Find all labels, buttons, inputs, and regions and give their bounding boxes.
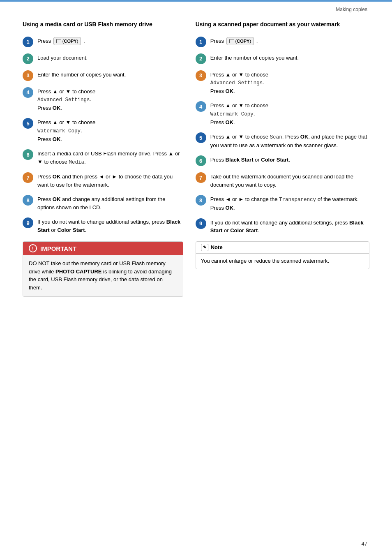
copy-button-right-1-label: (COPY) bbox=[235, 38, 251, 45]
copy-icon-right-1 bbox=[229, 39, 234, 43]
left-step-8-content: Press OK and change any additional setti… bbox=[37, 194, 183, 211]
left-step-1: 1 Press (COPY) . bbox=[23, 36, 183, 47]
left-badge-2: 2 bbox=[23, 53, 33, 64]
right-step-9-content: If you do not want to change any additio… bbox=[210, 218, 369, 235]
important-box: ! IMPORTANT DO NOT take out the memory c… bbox=[23, 241, 183, 297]
left-step-3-content: Enter the number of copies you want. bbox=[37, 70, 126, 79]
left-badge-5: 5 bbox=[23, 118, 33, 129]
left-section-title: Using a media card or USB Flash memory d… bbox=[23, 21, 183, 29]
left-step-1-text-after: . bbox=[83, 38, 85, 44]
left-step-3: 3 Enter the number of copies you want. bbox=[23, 70, 183, 81]
right-step-3-content: Press ▲ or ▼ to choose Advanced Settings… bbox=[210, 70, 268, 95]
page-header: Making copies bbox=[0, 2, 392, 12]
right-step-2-content: Enter the number of copies you want. bbox=[210, 53, 299, 62]
right-step-2: 2 Enter the number of copies you want. bbox=[196, 53, 369, 64]
right-badge-3: 3 bbox=[196, 70, 206, 81]
right-step-1: 1 Press (COPY) . bbox=[196, 36, 369, 47]
left-step-6: 6 Insert a media card or USB Flash memor… bbox=[23, 149, 183, 166]
left-step-7-content: Press OK and then press ◄ or ► to choose… bbox=[37, 172, 183, 189]
note-body: You cannot enlarge or reduce the scanned… bbox=[196, 254, 369, 269]
right-steps-list: 1 Press (COPY) . 2 Enter the number of c… bbox=[196, 36, 369, 235]
right-step-4: 4 Press ▲ or ▼ to choose Watermark Copy.… bbox=[196, 101, 369, 126]
right-step-5: 5 Press ▲ or ▼ to choose Scan. Press OK,… bbox=[196, 132, 369, 149]
right-badge-1: 1 bbox=[196, 37, 206, 47]
right-step-7: 7 Take out the watermark document you sc… bbox=[196, 172, 369, 189]
left-step-5: 5 Press ▲ or ▼ to choose Watermark Copy.… bbox=[23, 118, 183, 143]
left-step-8: 8 Press OK and change any additional set… bbox=[23, 194, 183, 211]
right-step-3: 3 Press ▲ or ▼ to choose Advanced Settin… bbox=[196, 70, 369, 95]
header-label: Making copies bbox=[336, 7, 367, 12]
important-body: DO NOT take out the memory card or USB F… bbox=[23, 255, 183, 296]
left-steps-list: 1 Press (COPY) . 2 Load your document. bbox=[23, 36, 183, 234]
left-badge-9: 9 bbox=[23, 217, 33, 228]
left-badge-4: 4 bbox=[23, 87, 33, 98]
copy-button-left-1-label: (COPY) bbox=[62, 38, 78, 45]
left-badge-1: 1 bbox=[23, 37, 33, 47]
left-step-7: 7 Press OK and then press ◄ or ► to choo… bbox=[23, 172, 183, 189]
right-step-1-text-after: . bbox=[256, 38, 258, 44]
page-footer: 47 bbox=[362, 541, 367, 547]
left-step-2: 2 Load your document. bbox=[23, 53, 183, 64]
right-step-6-content: Press Black Start or Color Start. bbox=[210, 155, 290, 164]
right-step-1-content: Press (COPY) . bbox=[210, 36, 258, 46]
right-step-7-content: Take out the watermark document you scan… bbox=[210, 172, 369, 189]
right-step-8: 8 Press ◄ or ► to change the Transparenc… bbox=[196, 194, 369, 212]
left-step-4: 4 Press ▲ or ▼ to choose Advanced Settin… bbox=[23, 87, 183, 112]
left-step-9: 9 If you do not want to change additiona… bbox=[23, 217, 183, 234]
left-section: Using a media card or USB Flash memory d… bbox=[23, 21, 183, 297]
right-section-title: Using a scanned paper document as your w… bbox=[196, 21, 369, 29]
left-step-1-content: Press (COPY) . bbox=[37, 36, 85, 46]
important-title: IMPORTANT bbox=[40, 245, 76, 252]
important-icon: ! bbox=[29, 244, 37, 252]
right-step-5-content: Press ▲ or ▼ to choose Scan. Press OK, a… bbox=[210, 132, 369, 149]
left-badge-8: 8 bbox=[23, 195, 33, 206]
right-badge-2: 2 bbox=[196, 53, 206, 64]
note-title: Note bbox=[211, 244, 223, 250]
left-step-9-content: If you do not want to change additional … bbox=[37, 217, 183, 234]
left-step-4-content: Press ▲ or ▼ to choose Advanced Settings… bbox=[37, 87, 95, 112]
copy-button-left-1: (COPY) bbox=[53, 37, 81, 46]
right-badge-5: 5 bbox=[196, 132, 206, 143]
note-box: ✎ Note You cannot enlarge or reduce the … bbox=[196, 241, 369, 270]
right-step-6: 6 Press Black Start or Color Start. bbox=[196, 155, 369, 166]
left-step-5-content: Press ▲ or ▼ to choose Watermark Copy. P… bbox=[37, 118, 95, 143]
left-badge-6: 6 bbox=[23, 149, 33, 160]
right-step-9: 9 If you do not want to change any addit… bbox=[196, 218, 369, 235]
note-icon: ✎ bbox=[201, 244, 208, 251]
right-badge-6: 6 bbox=[196, 155, 206, 166]
left-badge-3: 3 bbox=[23, 70, 33, 81]
important-header: ! IMPORTANT bbox=[23, 242, 183, 255]
note-header: ✎ Note bbox=[196, 242, 369, 254]
copy-icon-left-1 bbox=[56, 39, 61, 43]
left-step-6-content: Insert a media card or USB Flash memory … bbox=[37, 149, 183, 166]
right-step-1-text-before: Press bbox=[210, 38, 226, 44]
left-badge-7: 7 bbox=[23, 172, 33, 183]
right-badge-9: 9 bbox=[196, 218, 206, 229]
right-badge-7: 7 bbox=[196, 172, 206, 183]
right-step-8-content: Press ◄ or ► to change the Transparency … bbox=[210, 194, 369, 212]
copy-button-right-1: (COPY) bbox=[226, 37, 254, 46]
left-step-2-content: Load your document. bbox=[37, 53, 88, 62]
right-badge-8: 8 bbox=[196, 195, 206, 206]
left-step-1-text-before: Press bbox=[37, 38, 53, 44]
page-number: 47 bbox=[362, 541, 367, 547]
right-badge-4: 4 bbox=[196, 101, 206, 112]
right-step-4-content: Press ▲ or ▼ to choose Watermark Copy. P… bbox=[210, 101, 268, 126]
right-section: Using a scanned paper document as your w… bbox=[196, 21, 369, 297]
